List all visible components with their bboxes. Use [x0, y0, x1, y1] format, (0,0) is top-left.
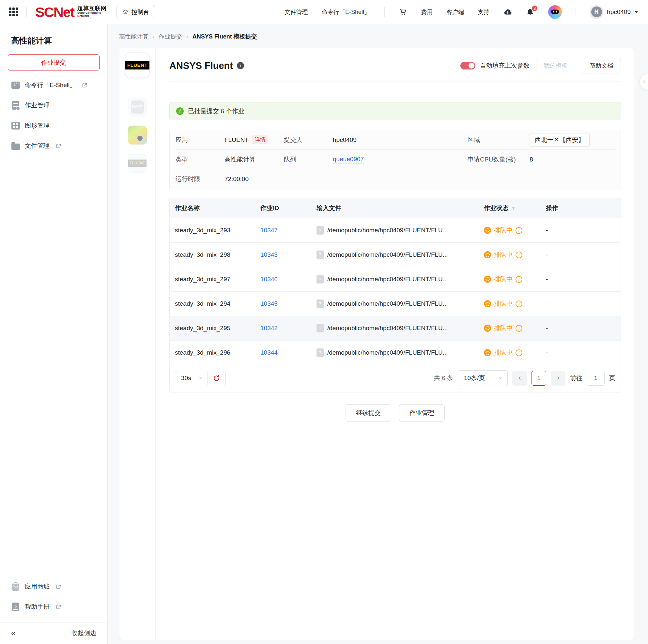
- status-info-icon[interactable]: i: [516, 252, 522, 258]
- job-id-link[interactable]: 10346: [260, 276, 317, 283]
- divider: [26, 7, 27, 17]
- cloud-upload-icon[interactable]: [503, 7, 512, 17]
- detail-tag[interactable]: 详情: [252, 136, 268, 144]
- table-row[interactable]: steady_3d_mix_298 10343 ? /demopublic/ho…: [170, 243, 620, 267]
- file-icon: ?: [317, 251, 324, 259]
- sidebar-item-eshell[interactable]: >_ 命令行「E-Shell」: [0, 75, 107, 95]
- chevron-down-icon: [634, 11, 638, 13]
- sidebar-item-job-submit[interactable]: 作业提交: [8, 54, 100, 70]
- file-icon: ?: [317, 324, 324, 332]
- table-header: 作业名称 作业ID 输入文件 作业状态 操作: [170, 198, 620, 218]
- template-submit-card: FLUENT BASE FLUENT ANSYS Fluent i: [119, 48, 634, 640]
- chevron-right-icon: [556, 376, 561, 381]
- app-info-icon[interactable]: i: [237, 62, 244, 69]
- fluent-app-icon-active[interactable]: FLUENT: [125, 53, 150, 77]
- cfd-car-thumbnail-icon[interactable]: [128, 125, 147, 145]
- status-info-icon[interactable]: i: [516, 276, 522, 283]
- status-info-icon[interactable]: i: [516, 325, 522, 332]
- sidebar-item-help-manual[interactable]: ? 帮助手册: [0, 597, 107, 617]
- cart-icon[interactable]: [399, 8, 407, 16]
- nav-client[interactable]: 客户端: [446, 8, 464, 16]
- job-id-link[interactable]: 10345: [260, 300, 317, 307]
- collapse-sidebar-icon[interactable]: «: [11, 629, 15, 638]
- sidebar-item-job-management[interactable]: 作业管理: [0, 95, 107, 115]
- brand-subtitle: 超算互联网 SuperComputing Network: [77, 6, 107, 18]
- refresh-interval-select[interactable]: 30s: [175, 371, 208, 385]
- table-footer: 30s: [170, 365, 620, 392]
- queued-spinner-icon: [484, 325, 491, 332]
- status-info-icon[interactable]: i: [516, 301, 522, 307]
- sidebar-item-graphics-management[interactable]: 图形管理: [0, 115, 107, 136]
- page-size-select[interactable]: 10条/页: [458, 370, 508, 386]
- refresh-button[interactable]: [208, 371, 225, 385]
- current-page-button[interactable]: 1: [532, 371, 546, 386]
- table-row[interactable]: steady_3d_mix_296 10344 ? /demopublic/ho…: [170, 340, 620, 365]
- card-main: ANSYS Fluent i 自动填充上次参数 我的模板 帮助文档 i 已批量提…: [156, 48, 634, 640]
- job-id-link[interactable]: 10347: [260, 227, 317, 234]
- queued-spinner-icon: [484, 251, 491, 258]
- job-management-button[interactable]: 作业管理: [399, 404, 445, 422]
- job-id-link[interactable]: 10344: [260, 349, 317, 356]
- job-info-panel: 应用 FLUENT 详情 提交人 hpc0409 区域 西北一区【西安】: [169, 130, 621, 189]
- status-info-icon[interactable]: i: [516, 227, 522, 234]
- windows-icon: [11, 121, 20, 130]
- info-circle-icon: i: [176, 107, 184, 115]
- external-link-icon: [56, 604, 61, 610]
- filter-icon[interactable]: [511, 206, 516, 211]
- autofill-toggle-label: 自动填充上次参数: [480, 61, 530, 70]
- info-row: 应用 FLUENT 详情 提交人 hpc0409 区域 西北一区【西安】: [175, 130, 615, 150]
- scnet-logo[interactable]: SCNet 超算互联网 SuperComputing Network: [35, 6, 107, 18]
- user-menu[interactable]: H hpc0409: [590, 5, 638, 19]
- table-row[interactable]: steady_3d_mix_294 10345 ? /demopublic/ho…: [170, 291, 620, 316]
- goto-page-input[interactable]: [587, 371, 605, 386]
- notifications-bell-icon[interactable]: 3: [526, 8, 534, 16]
- chevron-left-icon: [517, 376, 522, 381]
- fluent-app-icon[interactable]: FLUENT: [128, 154, 147, 173]
- help-doc-button[interactable]: 帮助文档: [582, 58, 621, 73]
- input-file-cell: ? /demopublic/home/hpc0409/FLUENT/FLU...: [317, 324, 484, 332]
- info-row: 运行时限 72:00:00: [175, 169, 615, 189]
- app-header: ANSYS Fluent i 自动填充上次参数 我的模板 帮助文档: [169, 58, 621, 73]
- breadcrumb: 高性能计算 › 作业提交 › ANSYS Fluent 模板提交: [119, 33, 634, 41]
- avatar: H: [590, 5, 603, 19]
- table-row[interactable]: steady_3d_mix_297 10346 ? /demopublic/ho…: [170, 267, 620, 291]
- auto-refresh-control: 30s: [175, 371, 226, 385]
- sidebar-item-file-management[interactable]: 文件管理: [0, 136, 107, 156]
- continue-submit-button[interactable]: 继续提交: [345, 404, 391, 422]
- drawer-expand-handle[interactable]: [640, 74, 648, 90]
- apps-grid-icon[interactable]: [9, 7, 18, 16]
- my-templates-button[interactable]: 我的模板: [536, 58, 575, 73]
- sidebar-title: 高性能计算: [0, 35, 107, 46]
- base-app-icon[interactable]: BASE: [128, 98, 147, 116]
- nav-billing[interactable]: 费用: [421, 8, 433, 16]
- table-row[interactable]: steady_3d_mix_293 10347 ? /demopublic/ho…: [170, 218, 620, 243]
- status-header: 作业状态: [484, 204, 546, 212]
- queue-link[interactable]: queue0907: [333, 156, 364, 163]
- prev-page-button[interactable]: [512, 371, 527, 386]
- robot-eyes-icon: [551, 9, 559, 14]
- autofill-toggle[interactable]: [461, 62, 475, 69]
- breadcrumb-hpc[interactable]: 高性能计算: [119, 33, 149, 41]
- console-button[interactable]: 控制台: [116, 5, 155, 19]
- table-row[interactable]: steady_3d_mix_295 10342 ? /demopublic/ho…: [170, 316, 620, 340]
- status-info-icon[interactable]: i: [516, 350, 522, 356]
- sidebar: 高性能计算 作业提交 >_ 命令行「E-Shell」 作业管理 图形管理 文件管…: [0, 24, 108, 644]
- content-area: 高性能计算 › 作业提交 › ANSYS Fluent 模板提交 FLUENT …: [108, 24, 648, 644]
- nav-support[interactable]: 支持: [478, 8, 489, 16]
- job-id-link[interactable]: 10343: [260, 251, 317, 258]
- next-page-button[interactable]: [551, 371, 565, 386]
- status-badge: 排队中 i: [484, 324, 546, 332]
- jobs-table: 作业名称 作业ID 输入文件 作业状态 操作 steady_3: [169, 198, 621, 392]
- collapse-sidebar-label[interactable]: 收起侧边: [71, 629, 96, 638]
- sidebar-item-app-store[interactable]: 应用商城: [0, 577, 107, 597]
- breadcrumb-job-submit[interactable]: 作业提交: [159, 33, 182, 41]
- file-icon: ?: [317, 300, 324, 308]
- job-id-link[interactable]: 10342: [260, 325, 317, 332]
- folder-icon: [11, 142, 20, 150]
- status-badge: 排队中 i: [484, 300, 546, 308]
- nav-file-management[interactable]: 文件管理: [284, 8, 308, 16]
- notification-badge: 3: [531, 5, 538, 12]
- ai-assistant-avatar[interactable]: [548, 5, 562, 19]
- nav-eshell[interactable]: 命令行「E-Shell」: [322, 8, 370, 16]
- breadcrumb-separator: ›: [153, 34, 154, 40]
